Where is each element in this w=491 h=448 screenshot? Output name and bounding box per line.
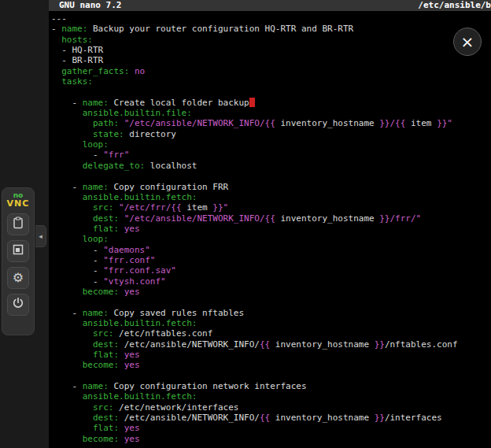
code-segment — [119, 423, 124, 433]
code-segment: become: — [83, 434, 119, 444]
code-line: dest: "/etc/ansible/NETWORK_INFO/{{ inve… — [51, 213, 491, 224]
code-segment: yes — [124, 224, 140, 234]
code-segment: flat: — [93, 224, 119, 234]
clipboard-icon — [12, 217, 24, 232]
code-line: ansible.builtin.fetch: — [51, 318, 491, 328]
control-bar-handle[interactable]: ◂ — [35, 225, 46, 247]
code-segment: - — [51, 381, 83, 391]
code-segment: name: — [61, 24, 87, 34]
code-segment: - — [51, 276, 103, 287]
desktop-background: no VNC — [0, 0, 49, 448]
code-segment: - — [51, 308, 83, 318]
settings-button[interactable]: ⚙ — [7, 267, 29, 289]
code-line: - name: Copy configuration network inter… — [51, 381, 491, 391]
code-segment: yes — [124, 434, 140, 444]
code-line: --- — [51, 13, 491, 24]
code-segment: - — [51, 255, 103, 265]
code-segment: }}/{{ — [379, 118, 405, 128]
code-segment: gather_facts: — [61, 66, 129, 76]
code-segment: /etc/network/interfaces — [113, 402, 238, 413]
code-segment: Create local folder backup — [109, 98, 249, 108]
editor-code[interactable]: ---- name: Backup your router configurat… — [49, 11, 491, 444]
code-segment: loop: — [83, 234, 109, 244]
code-segment: no — [135, 66, 145, 76]
code-line: delegate_to: localhost — [51, 161, 491, 171]
code-segment: dest: — [93, 339, 119, 350]
power-button[interactable] — [7, 294, 29, 316]
code-segment — [51, 108, 83, 118]
code-segment: item — [182, 202, 213, 213]
code-line — [51, 371, 491, 381]
code-segment — [51, 391, 83, 402]
code-segment: become: — [83, 360, 119, 370]
code-segment: flat: — [93, 350, 119, 360]
close-icon: × — [461, 34, 474, 50]
code-line: ansible.builtin.fetch: — [51, 391, 491, 402]
nano-version-label: GNU nano 7.2 — [59, 0, 121, 11]
code-segment — [51, 224, 93, 234]
clipboard-button[interactable] — [7, 213, 29, 235]
code-segment — [51, 318, 83, 328]
code-line: - HQ-RTR — [51, 45, 491, 55]
code-line: - "frr" — [51, 150, 491, 160]
code-segment: - — [51, 98, 83, 108]
code-segment: /etc/nftables.conf — [113, 328, 212, 339]
code-segment: }}" — [212, 202, 228, 213]
code-segment: inventory_hostname — [275, 213, 379, 224]
code-line: - name: Copy configuration FRR — [51, 182, 491, 192]
code-segment: /etc/ansible/NETWORK_INFO/ — [119, 339, 260, 350]
code-segment: name: — [83, 182, 109, 192]
code-segment: }} — [375, 339, 385, 350]
code-segment: yes — [124, 423, 140, 433]
code-segment — [119, 360, 124, 370]
code-line — [51, 297, 491, 307]
code-line: src: "/etc/frr/{{ item }}" — [51, 202, 491, 213]
code-segment: dest: — [93, 413, 119, 423]
code-segment — [119, 118, 124, 128]
code-segment: Copy configuration FRR — [109, 182, 228, 192]
code-segment: src: — [93, 202, 114, 213]
close-overlay-button[interactable]: × — [453, 28, 482, 56]
code-line: - name: Copy saved rules nftables — [51, 308, 491, 318]
code-segment — [51, 35, 61, 45]
power-icon — [12, 297, 24, 313]
code-segment — [51, 129, 93, 139]
code-segment: "frr.conf" — [103, 255, 155, 265]
code-segment: "frr.conf.sav" — [103, 265, 176, 276]
code-segment: "frr" — [103, 150, 129, 160]
code-segment — [51, 118, 93, 128]
code-line: ansible.builtin.fetch: — [51, 192, 491, 202]
code-segment: yes — [124, 287, 140, 297]
code-segment: - — [51, 150, 103, 160]
code-line: loop: — [51, 234, 491, 244]
code-line: tasks: — [51, 76, 491, 87]
code-segment: {{ — [260, 413, 270, 423]
code-line: - "frr.conf.sav" — [51, 265, 491, 276]
code-line: dest: /etc/ansible/NETWORK_INFO/{{ inven… — [51, 413, 491, 423]
terminal-window: GNU nano 7.2 /etc/ansible/b ---- name: B… — [49, 0, 491, 448]
code-segment — [51, 213, 93, 224]
code-line: hosts: — [51, 35, 491, 45]
fullscreen-icon — [12, 243, 24, 259]
code-line: - name: Backup your router configuration… — [51, 24, 491, 34]
code-line: ansible.builtin.file: — [51, 108, 491, 118]
text-cursor — [249, 98, 255, 107]
code-segment: "/etc/frr/{{ — [119, 202, 181, 213]
code-segment: yes — [124, 360, 140, 370]
gear-icon: ⚙ — [13, 272, 24, 284]
code-segment: ansible.builtin.fetch: — [83, 192, 198, 202]
fullscreen-button[interactable] — [7, 240, 29, 262]
code-segment: - — [51, 182, 83, 192]
code-segment: - BR-RTR — [51, 55, 103, 65]
code-segment — [119, 224, 124, 234]
code-segment: Copy saved rules nftables — [109, 308, 244, 318]
file-path-label: /etc/ansible/b — [418, 0, 491, 11]
code-line: - "daemons" — [51, 245, 491, 255]
code-segment: }} — [375, 413, 385, 423]
code-segment: dest: — [93, 213, 119, 224]
code-segment — [51, 339, 93, 350]
code-segment — [51, 402, 93, 413]
code-segment: localhost — [145, 161, 197, 171]
code-segment: name: — [83, 308, 109, 318]
code-segment — [51, 139, 83, 150]
